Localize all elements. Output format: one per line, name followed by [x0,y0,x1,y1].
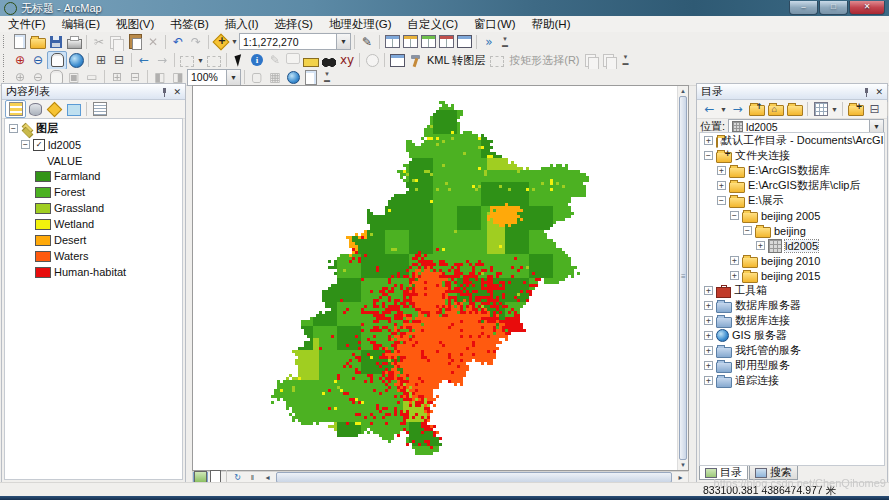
home-folder-icon[interactable] [766,101,785,117]
legend-swatch[interactable] [35,235,51,246]
collapse-icon[interactable]: − [743,226,752,235]
catalog-tree-item[interactable]: +默认工作目录 - Documents\ArcGIS [700,133,884,148]
legend-item[interactable]: Wetland [5,216,182,232]
legend-swatch[interactable] [35,251,51,262]
expand-icon[interactable]: + [717,181,726,190]
collapse-icon[interactable]: − [9,124,18,133]
identify-icon[interactable]: i [248,52,266,69]
kml-to-layer-icon[interactable] [406,52,424,69]
find-icon[interactable] [320,52,338,69]
vertical-scroll-thumb[interactable] [679,96,687,460]
menu-item-7[interactable]: 自定义(C) [400,16,466,32]
minimize-button[interactable]: – [789,1,818,15]
catalog-tree-item[interactable]: +数据库连接 [700,313,884,328]
expand-icon[interactable]: + [704,346,713,355]
catalog-tree-item[interactable]: −E:\展示 [700,193,884,208]
pan-icon[interactable] [47,51,67,70]
select-elements-icon[interactable] [230,52,248,69]
chevron-down-icon[interactable]: ▼ [830,101,839,118]
catalog-tree-item[interactable]: +数据库服务器 [700,298,884,313]
fixed-zoom-in-icon[interactable]: ⊞ [92,52,110,69]
expand-icon[interactable]: + [730,256,739,265]
layout-view-button[interactable] [208,472,223,483]
data-view-button[interactable] [193,472,208,483]
legend-item[interactable]: Grassland [5,200,182,216]
legend-item[interactable]: Human-habitat [5,264,182,280]
toolbar-overflow-icon[interactable]: ▼▬ [322,69,332,86]
menu-item-3[interactable]: 书签(B) [162,16,216,32]
fixed-zoom-out-icon[interactable]: ⊟ [110,52,128,69]
map-vertical-scrollbar[interactable]: ▲ ▼ [677,86,688,470]
toc-panel-header[interactable]: 内容列表 ✕ [2,84,185,100]
up-one-level-icon[interactable] [747,101,766,117]
hscroll-left-button[interactable]: ◂ [260,472,275,483]
scroll-up-icon[interactable]: ▲ [678,86,688,96]
maximize-button[interactable]: □ [819,1,848,15]
legend-item[interactable]: Forest [5,184,182,200]
menu-item-1[interactable]: 编辑(E) [54,16,108,32]
connect-folder-icon[interactable] [846,101,865,117]
toolbar-grip[interactable] [3,71,7,84]
expand-icon[interactable]: + [704,136,713,145]
kml-to-layer-label[interactable]: KML 转图层 [424,53,488,68]
catalog-tree-item[interactable]: +追踪连接 [700,373,884,388]
catalog-tree-item[interactable]: +ld2005 [700,238,884,253]
catalog-tree-item[interactable]: +即用型服务 [700,358,884,373]
catalog-tree-item[interactable]: +GIS 服务器 [700,328,884,343]
list-by-drawing-order-icon[interactable] [5,100,26,118]
catalog-tree-item[interactable]: −文件夹连接 [700,148,884,163]
collapse-icon[interactable]: − [704,151,713,160]
layout-zoom-combo[interactable]: 100%▼ [187,69,241,86]
catalog-tree-item[interactable]: +beijing 2010 [700,253,884,268]
pin-icon[interactable] [863,87,870,97]
toolbar-overflow-icon[interactable]: ▼▬ [500,33,510,50]
expand-icon[interactable]: + [730,271,739,280]
title-bar[interactable]: 无标题 - ArcMap – □ ✕ [0,0,889,16]
change-layout-icon[interactable] [284,69,302,86]
legend-swatch[interactable] [35,219,51,230]
menu-item-6[interactable]: 地理处理(G) [321,16,400,32]
join-table-icon[interactable] [401,33,419,50]
editor-icon[interactable]: ✎ [358,33,376,50]
catalog-tree-item[interactable]: +E:\ArcGIS数据库 [700,163,884,178]
expand-icon[interactable]: + [704,376,713,385]
relate-table-icon[interactable] [419,33,437,50]
catalog-back-icon[interactable]: ← [700,101,719,117]
menu-item-2[interactable]: 视图(V) [108,16,162,32]
horizontal-scroll-thumb[interactable] [276,472,672,483]
catalog-tree-item[interactable]: +E:\ArcGIS数据库\clip后 [700,178,884,193]
legend-item[interactable]: Desert [5,232,182,248]
layer-visibility-checkbox[interactable]: ✓ [33,139,45,151]
close-button[interactable]: ✕ [849,1,885,15]
legend-swatch[interactable] [35,267,51,278]
chevron-down-icon[interactable]: ▼ [226,70,240,85]
menu-item-0[interactable]: 文件(F) [0,16,54,32]
measure-icon[interactable] [302,52,320,69]
close-icon[interactable]: ✕ [875,87,883,97]
catalog-panel-header[interactable]: 目录 ✕ [697,84,887,100]
expand-icon[interactable]: + [704,316,713,325]
list-by-visibility-icon[interactable] [45,101,64,117]
expand-icon[interactable]: + [704,331,713,340]
pin-icon[interactable] [161,87,168,97]
schematics-icon[interactable]: » [480,33,498,50]
toolbar-grip[interactable] [3,35,7,48]
data-driven-pages-icon[interactable] [302,69,320,86]
collapse-icon[interactable]: − [21,140,30,149]
save-icon[interactable] [47,33,65,50]
contents-view-icon[interactable] [811,101,830,117]
chevron-down-icon[interactable]: ▼ [719,101,728,118]
print-icon[interactable] [65,33,83,50]
collapse-icon[interactable]: − [717,196,726,205]
toc-layers-group[interactable]: −图层 [5,119,182,136]
toc-layer-ld2005[interactable]: −✓ld2005 [5,136,182,152]
catalog-tree-item[interactable]: +工具箱 [700,283,884,298]
viewer-window-icon[interactable] [455,33,473,50]
list-by-source-icon[interactable] [26,101,45,117]
catalog-tree-item[interactable]: −beijing 2005 [700,208,884,223]
map-scale-combo[interactable]: 1:1,272,270▼ [239,33,351,50]
chevron-down-icon[interactable]: ▼ [196,52,205,69]
menu-item-4[interactable]: 插入(I) [217,16,267,32]
catalog-tree-item[interactable]: +我托管的服务 [700,343,884,358]
catalog-forward-icon[interactable]: → [728,101,747,117]
